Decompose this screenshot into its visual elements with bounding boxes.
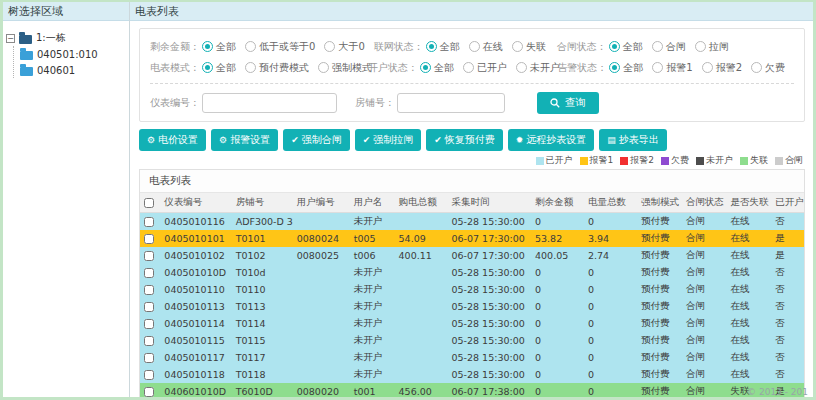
- meter-no-input[interactable]: [202, 93, 337, 113]
- row-checkbox[interactable]: [144, 302, 154, 312]
- radio-option[interactable]: 全部: [202, 61, 236, 75]
- table-row[interactable]: 0405010117T0117未开户05-28 15:30:0000预付费合闸在…: [140, 349, 804, 366]
- radio-icon[interactable]: [702, 62, 713, 73]
- action-button[interactable]: ✔强制拉闸: [355, 129, 422, 151]
- table-row[interactable]: 0405010113T0113未开户05-28 15:30:0000预付费合闸在…: [140, 298, 804, 315]
- table-row[interactable]: 0405010118T0118未开户05-28 15:30:0000预付费合闸在…: [140, 366, 804, 383]
- cell: 否: [771, 332, 804, 349]
- radio-icon[interactable]: [463, 62, 474, 73]
- action-button[interactable]: ⚙电价设置: [139, 129, 206, 151]
- radio-icon[interactable]: [324, 41, 335, 52]
- cell: 合闸: [682, 332, 727, 349]
- table-row[interactable]: 0405010102T01020080025t006400.1106-07 17…: [140, 247, 804, 264]
- room-no-input[interactable]: [397, 93, 505, 113]
- radio-icon[interactable]: [751, 62, 762, 73]
- radio-option[interactable]: 大于0: [324, 40, 364, 54]
- row-checkbox[interactable]: [144, 234, 154, 244]
- radio-selected-icon[interactable]: [609, 62, 620, 73]
- row-checkbox[interactable]: [144, 251, 154, 261]
- row-checkbox[interactable]: [144, 217, 154, 227]
- action-button[interactable]: ✔强制合闸: [283, 129, 350, 151]
- meter-no-label: 仪表编号：: [150, 96, 200, 110]
- radio-selected-icon[interactable]: [426, 41, 437, 52]
- select-all-checkbox[interactable]: [144, 198, 154, 208]
- cell: 在线: [727, 247, 772, 264]
- cell: 合闸: [682, 247, 727, 264]
- action-button[interactable]: ▤抄表导出: [599, 129, 667, 151]
- row-checkbox[interactable]: [144, 285, 154, 295]
- radio-icon[interactable]: [695, 41, 706, 52]
- radio-icon[interactable]: [652, 41, 663, 52]
- radio-icon[interactable]: [245, 41, 256, 52]
- legend-item: 已开户: [536, 154, 573, 167]
- column-header: 仪表编号: [160, 193, 231, 213]
- radio-option[interactable]: 未开户: [516, 61, 560, 75]
- table-row[interactable]: 0405010101T01010080024t00554.0906-07 17:…: [140, 230, 804, 247]
- legend: 已开户报警1报警2欠费未开户失联合闸: [139, 154, 803, 167]
- radio-selected-icon[interactable]: [202, 62, 213, 73]
- radio-icon[interactable]: [512, 41, 523, 52]
- tree-node-root[interactable]: − 1:一栋: [6, 30, 126, 46]
- tree-node[interactable]: 040501:010: [19, 46, 126, 62]
- radio-option[interactable]: 预付费模式: [245, 61, 309, 75]
- radio-option[interactable]: 全部: [609, 61, 643, 75]
- row-checkbox[interactable]: [144, 353, 154, 363]
- radio-label: 全部: [623, 40, 643, 54]
- cell: 在线: [727, 349, 772, 366]
- cell: 0: [584, 213, 637, 231]
- cell: 合闸: [682, 230, 727, 247]
- radio-icon[interactable]: [245, 62, 256, 73]
- tree-expander-icon[interactable]: −: [6, 34, 15, 43]
- table-row[interactable]: 040501010DT010d未开户05-28 15:30:0000预付费合闸在…: [140, 264, 804, 281]
- row-checkbox[interactable]: [144, 370, 154, 380]
- action-button[interactable]: ✹远程抄表设置: [508, 129, 595, 151]
- query-button[interactable]: 查询: [537, 92, 599, 114]
- radio-option[interactable]: 失联: [512, 40, 546, 54]
- row-checkbox[interactable]: [144, 387, 154, 397]
- action-button[interactable]: ✔恢复预付费: [426, 129, 503, 151]
- radio-icon[interactable]: [652, 62, 663, 73]
- gauge-icon: ✹: [516, 136, 524, 145]
- action-button-label: 强制合闸: [302, 133, 342, 147]
- row-checkbox[interactable]: [144, 319, 154, 329]
- cell: 0405010117: [160, 349, 231, 366]
- row-select-cell: [140, 366, 160, 383]
- radio-selected-icon[interactable]: [202, 41, 213, 52]
- radio-option[interactable]: 强制模式: [318, 61, 372, 75]
- tree-node[interactable]: 040601: [19, 62, 126, 78]
- radio-option[interactable]: 欠费: [751, 61, 785, 75]
- radio-option[interactable]: 已开户: [463, 61, 507, 75]
- check-icon: ✔: [291, 136, 299, 145]
- tree-node-label[interactable]: 1:一栋: [36, 31, 66, 45]
- cell: [293, 366, 350, 383]
- radio-option[interactable]: 低于或等于0: [245, 40, 315, 54]
- radio-option[interactable]: 合闸: [652, 40, 686, 54]
- table-row[interactable]: 0405010115T0115未开户05-28 15:30:0000预付费合闸在…: [140, 332, 804, 349]
- cell: 未开户: [350, 332, 395, 349]
- row-checkbox[interactable]: [144, 336, 154, 346]
- table-row[interactable]: 0405010114T0114未开户05-28 15:30:0000预付费合闸在…: [140, 315, 804, 332]
- radio-option[interactable]: 报警1: [652, 61, 692, 75]
- cell: [395, 366, 448, 383]
- radio-selected-icon[interactable]: [420, 62, 431, 73]
- radio-selected-icon[interactable]: [609, 41, 620, 52]
- radio-option[interactable]: 在线: [469, 40, 503, 54]
- radio-option[interactable]: 报警2: [702, 61, 742, 75]
- action-button[interactable]: ⚙报警设置: [211, 129, 278, 151]
- radio-label: 预付费模式: [259, 61, 309, 75]
- radio-option[interactable]: 全部: [420, 61, 454, 75]
- table-row[interactable]: 0405010110T0110未开户05-28 15:30:0000预付费合闸在…: [140, 281, 804, 298]
- radio-icon[interactable]: [469, 41, 480, 52]
- radio-icon[interactable]: [318, 62, 329, 73]
- cell: t005: [350, 230, 395, 247]
- radio-icon[interactable]: [516, 62, 527, 73]
- table-row[interactable]: 040601010DT6010D0080020t001456.0006-07 1…: [140, 383, 804, 397]
- cell: 0405010115: [160, 332, 231, 349]
- radio-option[interactable]: 全部: [609, 40, 643, 54]
- table-row[interactable]: 0405010116ADF300-D 3未开户05-28 15:30:0000预…: [140, 213, 804, 231]
- radio-option[interactable]: 全部: [426, 40, 460, 54]
- row-checkbox[interactable]: [144, 268, 154, 278]
- radio-option[interactable]: 拉闸: [695, 40, 729, 54]
- cell: [395, 349, 448, 366]
- radio-option[interactable]: 全部: [202, 40, 236, 54]
